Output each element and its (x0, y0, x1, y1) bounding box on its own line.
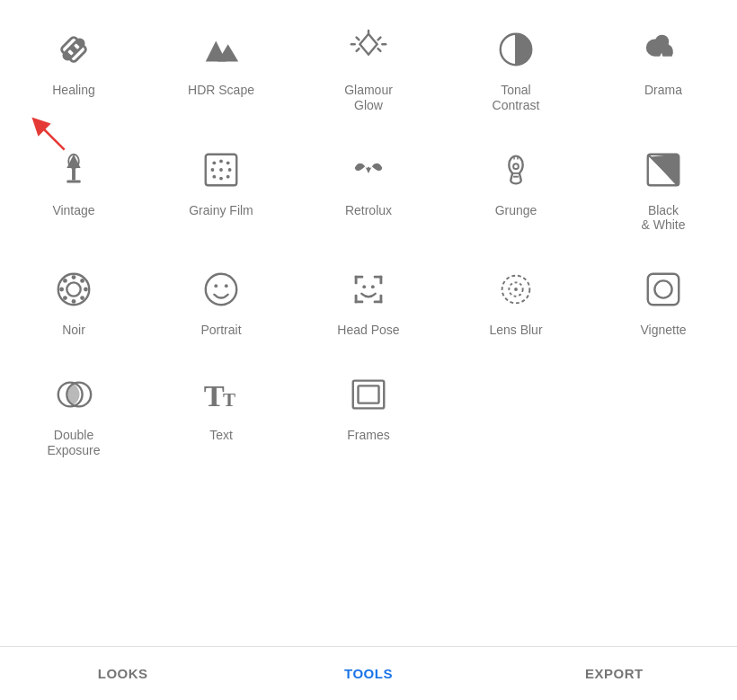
nav-tools[interactable]: TOOLS (245, 647, 491, 700)
grainy-label: Grainy Film (189, 203, 253, 218)
svg-rect-59 (379, 295, 382, 304)
tools-grid: Healing HDR Scape (0, 0, 737, 474)
glamour-icon (344, 25, 393, 74)
noir-icon (49, 265, 98, 314)
svg-point-26 (211, 168, 215, 172)
text-label: Text (209, 428, 233, 443)
headpose-icon (344, 265, 393, 314)
vintage-icon (49, 146, 98, 194)
grunge-label: Grunge (495, 203, 537, 218)
vignette-icon (639, 265, 688, 314)
svg-text:T: T (223, 389, 235, 411)
tool-double-exposure[interactable]: Double Exposure (0, 354, 147, 474)
svg-point-31 (226, 174, 230, 178)
bw-label: Black & White (641, 203, 685, 234)
tool-frames[interactable]: Frames (295, 354, 442, 474)
noir-label: Noir (62, 323, 85, 338)
tool-lens-blur[interactable]: Lens Blur (442, 249, 590, 354)
svg-line-12 (357, 38, 360, 40)
hdr-icon (197, 25, 245, 74)
tool-glamour-glow[interactable]: Glamour Glow (295, 9, 442, 129)
svg-point-43 (59, 288, 64, 292)
vignette-label: Vignette (640, 323, 686, 338)
tool-grainy-film[interactable]: Grainy Film (147, 129, 295, 250)
svg-point-66 (654, 281, 671, 298)
svg-text:T: T (204, 378, 225, 412)
nav-looks-label: LOOKS (98, 666, 148, 681)
svg-rect-65 (648, 274, 679, 306)
frames-icon (344, 370, 393, 419)
glamour-label: Glamour Glow (344, 83, 393, 113)
svg-point-45 (63, 279, 67, 283)
tool-noir[interactable]: Noir (0, 249, 147, 354)
lensblur-label: Lens Blur (489, 323, 542, 338)
double-label: Double Exposure (47, 428, 100, 458)
svg-point-34 (513, 164, 519, 169)
tool-portrait[interactable]: Portrait (147, 249, 295, 354)
svg-line-10 (378, 38, 381, 40)
svg-point-29 (212, 174, 216, 178)
svg-point-30 (219, 176, 223, 180)
tool-head-pose[interactable]: Head Pose (295, 249, 442, 354)
svg-point-64 (514, 288, 518, 291)
healing-label: Healing (52, 83, 94, 98)
svg-line-15 (357, 49, 360, 51)
svg-point-51 (225, 284, 228, 288)
svg-point-42 (72, 299, 76, 304)
tool-text[interactable]: T T Text (147, 354, 295, 474)
grunge-icon (492, 146, 540, 194)
svg-marker-8 (360, 34, 377, 55)
svg-point-61 (371, 285, 375, 288)
tool-vignette[interactable]: Vignette (590, 249, 737, 354)
svg-point-41 (72, 275, 76, 279)
svg-rect-19 (72, 168, 75, 180)
hdr-label: HDR Scape (188, 83, 254, 98)
svg-rect-2 (60, 36, 87, 63)
svg-point-40 (67, 283, 80, 297)
tool-hdr-scape[interactable]: HDR Scape (147, 9, 295, 129)
svg-rect-72 (359, 385, 379, 403)
retrolux-label: Retrolux (345, 203, 392, 218)
svg-rect-53 (355, 276, 358, 285)
svg-rect-57 (355, 295, 358, 304)
svg-point-23 (212, 161, 216, 164)
tools-container: Healing HDR Scape (0, 0, 737, 646)
svg-point-50 (214, 284, 218, 288)
svg-point-49 (206, 274, 237, 306)
svg-point-60 (362, 285, 366, 288)
bw-icon (639, 146, 688, 194)
tool-drama[interactable]: Drama (590, 9, 737, 129)
nav-export-label: EXPORT (585, 666, 644, 681)
nav-tools-label: TOOLS (344, 666, 393, 681)
svg-point-24 (219, 159, 223, 163)
svg-point-48 (63, 296, 67, 300)
drama-icon (639, 25, 688, 74)
svg-point-46 (80, 296, 84, 300)
tool-healing[interactable]: Healing (0, 9, 147, 129)
headpose-label: Head Pose (337, 323, 399, 338)
tool-black-white[interactable]: Black & White (590, 129, 737, 250)
frames-label: Frames (347, 428, 389, 443)
svg-point-25 (226, 161, 230, 164)
nav-export[interactable]: EXPORT (492, 647, 737, 700)
portrait-label: Portrait (200, 323, 241, 338)
svg-line-14 (378, 49, 381, 51)
nav-looks[interactable]: LOOKS (0, 647, 245, 700)
drama-label: Drama (644, 83, 682, 98)
healing-icon (49, 25, 98, 74)
tonal-label: Tonal Contrast (493, 83, 540, 113)
lensblur-icon (492, 265, 540, 314)
tool-tonal-contrast[interactable]: Tonal Contrast (442, 9, 590, 129)
bottom-navigation: LOOKS TOOLS EXPORT (0, 646, 737, 700)
tool-grunge[interactable]: Grunge (442, 129, 590, 250)
svg-point-47 (80, 279, 84, 283)
svg-rect-20 (67, 180, 80, 182)
text-icon: T T (197, 370, 245, 419)
tool-retrolux[interactable]: Retrolux (295, 129, 442, 250)
portrait-icon (197, 265, 245, 314)
tool-vintage[interactable]: Vintage (0, 129, 147, 250)
double-icon (49, 370, 98, 419)
retrolux-icon (344, 146, 393, 194)
grainy-icon (197, 146, 245, 194)
svg-point-27 (219, 168, 223, 172)
